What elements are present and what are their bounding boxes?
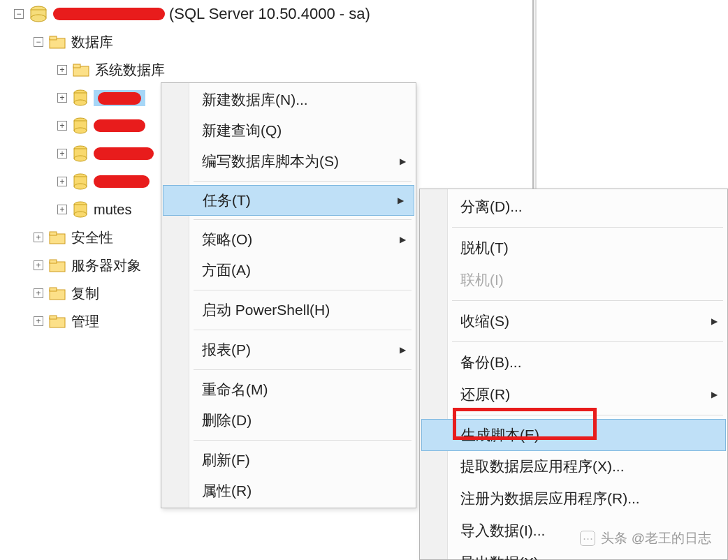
menu-tasks[interactable]: 任务(T)	[163, 185, 414, 216]
databases-label: 数据库	[71, 33, 113, 52]
collapse-icon[interactable]: −	[14, 9, 24, 19]
submenu-register-data-tier[interactable]: 注册为数据层应用程序(R)...	[420, 482, 727, 515]
folder-icon	[49, 258, 66, 272]
selected-db-label	[94, 90, 145, 106]
svg-rect-6	[73, 64, 80, 68]
svg-rect-23	[50, 232, 57, 235]
expand-icon[interactable]: +	[34, 316, 43, 326]
server-name-redacted	[53, 8, 165, 20]
submenu-shrink[interactable]: 收缩(S)	[420, 305, 727, 337]
security-label: 安全性	[71, 228, 113, 247]
submenu-extract-data-tier[interactable]: 提取数据层应用程序(X)...	[420, 450, 727, 482]
expand-icon[interactable]: +	[34, 233, 43, 242]
db-name-redacted	[94, 175, 150, 188]
folder-icon	[73, 63, 89, 77]
menu-reports[interactable]: 报表(P)	[161, 334, 416, 365]
submenu-detach[interactable]: 分离(D)...	[420, 191, 727, 223]
svg-rect-25	[50, 260, 57, 263]
folder-icon	[49, 230, 66, 244]
expand-icon[interactable]: +	[57, 177, 67, 186]
menu-separator	[194, 290, 412, 290]
menu-separator	[452, 227, 723, 228]
submenu-backup[interactable]: 备份(B)...	[420, 346, 727, 378]
collapse-icon[interactable]: −	[34, 37, 43, 47]
db-mutest-label: mutes	[94, 202, 131, 218]
menu-separator	[452, 341, 723, 342]
folder-icon	[49, 35, 66, 49]
menu-rename[interactable]: 重命名(M)	[161, 374, 416, 405]
menu-new-query[interactable]: 新建查询(Q)	[161, 115, 416, 146]
tasks-submenu: 分离(D)... 脱机(T) 联机(I) 收缩(S) 备份(B)... 还原(R…	[419, 189, 728, 560]
menu-new-database[interactable]: 新建数据库(N)...	[161, 84, 416, 115]
db-name-redacted	[94, 147, 154, 160]
database-icon	[73, 173, 88, 190]
server-objects-label: 服务器对象	[71, 256, 141, 275]
svg-rect-27	[50, 288, 57, 291]
management-label: 管理	[71, 312, 99, 331]
menu-policies[interactable]: 策略(O)	[161, 224, 416, 255]
svg-rect-4	[50, 36, 57, 40]
submenu-generate-scripts[interactable]: 生成脚本(E)...	[421, 419, 726, 451]
replication-label: 复制	[71, 284, 99, 303]
databases-node[interactable]: − 数据库	[0, 28, 531, 56]
database-icon	[73, 201, 88, 218]
folder-icon	[49, 286, 66, 300]
menu-refresh[interactable]: 刷新(F)	[161, 445, 416, 476]
watermark-text: 头条 @老王的日志	[601, 529, 711, 547]
watermark-icon: ⋯	[580, 531, 595, 546]
expand-icon[interactable]: +	[34, 288, 43, 298]
svg-point-12	[74, 128, 87, 133]
database-icon	[73, 117, 88, 134]
system-databases-node[interactable]: + 系统数据库	[0, 56, 531, 84]
folder-icon	[49, 314, 66, 328]
server-icon	[29, 6, 48, 22]
watermark: ⋯ 头条 @老王的日志	[580, 529, 711, 547]
svg-point-18	[74, 184, 87, 189]
menu-separator	[194, 330, 412, 330]
svg-point-2	[31, 15, 46, 22]
svg-point-21	[74, 212, 87, 217]
expand-icon[interactable]: +	[57, 121, 67, 131]
menu-separator	[452, 300, 723, 301]
menu-start-powershell[interactable]: 启动 PowerShell(H)	[161, 295, 416, 325]
menu-separator	[194, 219, 412, 220]
menu-separator	[194, 181, 412, 182]
menu-separator	[194, 369, 412, 370]
submenu-export-data[interactable]: 导出数据(X)...	[420, 547, 727, 560]
expand-icon[interactable]: +	[34, 260, 43, 270]
menu-separator	[452, 415, 723, 415]
server-node[interactable]: − (SQL Server 10.50.4000 - sa)	[0, 0, 531, 28]
server-label-suffix: (SQL Server 10.50.4000 - sa)	[169, 5, 370, 23]
database-icon	[73, 89, 88, 106]
database-icon	[73, 145, 88, 162]
submenu-bring-online: 联机(I)	[420, 264, 727, 296]
expand-icon[interactable]: +	[57, 65, 67, 75]
svg-point-9	[74, 100, 87, 105]
submenu-take-offline[interactable]: 脱机(T)	[420, 232, 727, 264]
submenu-restore[interactable]: 还原(R)	[420, 378, 727, 411]
menu-properties[interactable]: 属性(R)	[161, 476, 416, 506]
svg-point-15	[74, 156, 87, 161]
svg-rect-29	[50, 316, 57, 319]
menu-facets[interactable]: 方面(A)	[161, 255, 416, 286]
context-menu: 新建数据库(N)... 新建查询(Q) 编写数据库脚本为(S) 任务(T) 策略…	[161, 82, 416, 508]
menu-delete[interactable]: 删除(D)	[161, 405, 416, 436]
splitter[interactable]	[532, 0, 537, 189]
expand-icon[interactable]: +	[57, 205, 67, 214]
expand-icon[interactable]: +	[57, 149, 67, 159]
system-db-label: 系统数据库	[95, 61, 165, 80]
db-name-redacted	[94, 119, 145, 132]
menu-separator	[194, 440, 412, 441]
menu-script-db-as[interactable]: 编写数据库脚本为(S)	[161, 146, 416, 177]
expand-icon[interactable]: +	[57, 93, 67, 103]
